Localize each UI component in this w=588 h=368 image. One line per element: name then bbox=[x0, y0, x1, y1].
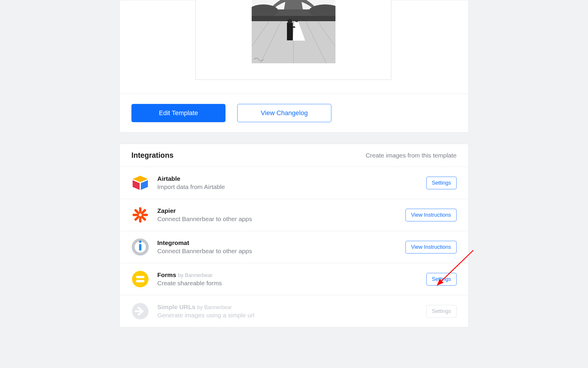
integration-subtitle: Connect Bannerbear to other apps bbox=[157, 216, 252, 223]
svg-rect-33 bbox=[139, 244, 141, 251]
svg-rect-23 bbox=[139, 217, 141, 223]
template-actions-row: Edit Template View Changelog bbox=[120, 94, 468, 132]
forms-icon bbox=[131, 270, 149, 288]
template-preview-area bbox=[120, 0, 468, 94]
integration-subtitle: Generate images using a simple url bbox=[157, 312, 254, 319]
integration-title: Zapier bbox=[157, 207, 176, 214]
integrations-hint: Create images from this template bbox=[366, 152, 457, 159]
airtable-icon bbox=[131, 174, 149, 192]
integration-instructions-button[interactable]: View Instructions bbox=[405, 241, 457, 253]
integration-byline: by Bannerbear bbox=[178, 272, 213, 278]
svg-rect-17 bbox=[292, 26, 295, 28]
integration-title: Simple URLs bbox=[157, 304, 196, 310]
svg-marker-20 bbox=[133, 180, 140, 190]
zapier-icon bbox=[131, 206, 149, 224]
integrations-heading: Integrations bbox=[131, 151, 173, 160]
integration-title: Airtable bbox=[157, 175, 180, 182]
svg-point-34 bbox=[139, 241, 141, 243]
integrations-header: Integrations Create images from this tem… bbox=[120, 144, 468, 167]
integration-row-integromat: Integromat Connect Bannerbear to other a… bbox=[120, 231, 468, 263]
integrations-card: Integrations Create images from this tem… bbox=[119, 144, 469, 327]
integration-title: Integromat bbox=[157, 239, 189, 246]
svg-rect-13 bbox=[287, 23, 293, 40]
svg-rect-22 bbox=[139, 207, 141, 213]
svg-point-16 bbox=[295, 18, 299, 22]
svg-rect-36 bbox=[136, 276, 144, 278]
svg-point-35 bbox=[132, 271, 148, 287]
integration-instructions-button[interactable]: View Instructions bbox=[405, 209, 457, 221]
svg-point-31 bbox=[139, 213, 142, 216]
integration-settings-button-disabled: Settings bbox=[426, 305, 457, 318]
integration-settings-button[interactable]: Settings bbox=[426, 273, 457, 286]
integration-row-simple-urls: Simple URLs by Bannerbear Generate image… bbox=[120, 295, 468, 327]
template-preview-card: Edit Template View Changelog bbox=[119, 0, 469, 132]
svg-rect-24 bbox=[133, 214, 138, 216]
integration-row-forms: Forms by Bannerbear Create shareable for… bbox=[120, 263, 468, 295]
integration-settings-button[interactable]: Settings bbox=[426, 177, 457, 189]
svg-rect-6 bbox=[252, 16, 335, 21]
integration-subtitle: Connect Bannerbear to other apps bbox=[157, 248, 252, 255]
integration-row-zapier: Zapier Connect Bannerbear to other apps … bbox=[120, 199, 468, 231]
integration-byline: by Bannerbear bbox=[197, 304, 232, 310]
template-main-photo bbox=[252, 0, 335, 63]
edit-template-button[interactable]: Edit Template bbox=[131, 104, 225, 122]
svg-marker-21 bbox=[141, 180, 148, 190]
svg-rect-37 bbox=[136, 280, 144, 282]
integration-row-airtable: Airtable Import data from Airtable Setti… bbox=[120, 167, 468, 199]
integromat-icon bbox=[131, 238, 149, 256]
svg-point-14 bbox=[288, 19, 292, 24]
svg-rect-25 bbox=[143, 214, 148, 216]
simple-urls-icon bbox=[131, 302, 149, 320]
template-frame bbox=[196, 0, 391, 80]
integration-subtitle: Import data from Airtable bbox=[157, 183, 225, 190]
integration-title: Forms bbox=[157, 271, 176, 278]
integration-subtitle: Create shareable forms bbox=[157, 280, 222, 287]
view-changelog-button[interactable]: View Changelog bbox=[237, 104, 331, 122]
